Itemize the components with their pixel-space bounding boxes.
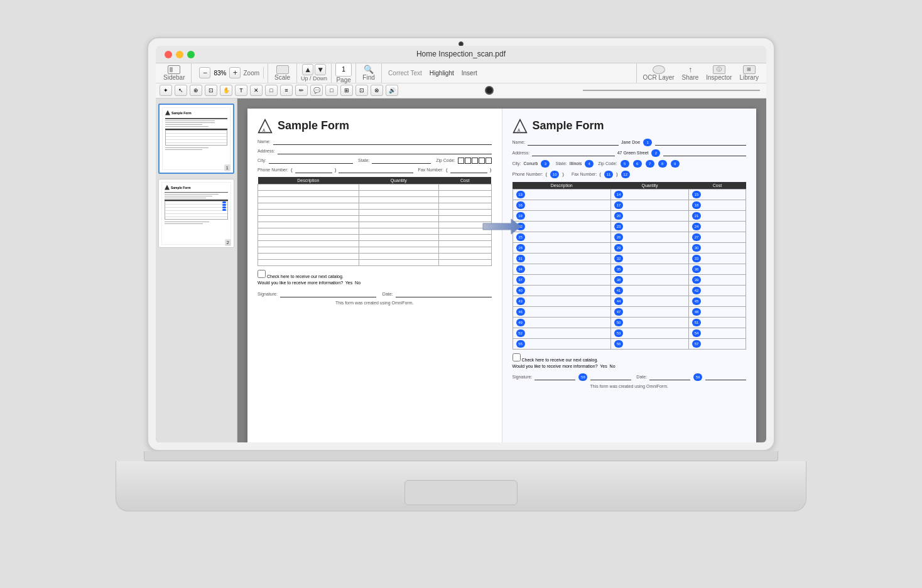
scale-label: Scale: [274, 74, 290, 81]
sidebar-page-1[interactable]: Sample Form: [158, 104, 234, 174]
pan-tool[interactable]: ✋: [220, 85, 232, 96]
ocr-layer-label: OCR Layer: [643, 74, 675, 81]
table-row: [258, 196, 492, 203]
inspector-label: Inspector: [706, 74, 732, 81]
table-row: [258, 253, 492, 259]
screen-inner: Home Inspection_scan.pdf: [156, 46, 766, 442]
table-row: [258, 247, 492, 253]
image-tool[interactable]: ⊡: [355, 85, 368, 96]
ocr-layer-button[interactable]: OCR Layer: [641, 64, 677, 82]
field-tag-3: 3: [541, 160, 550, 168]
pencil-tool[interactable]: ✏: [295, 85, 308, 96]
zoom-plus-button[interactable]: +: [229, 67, 241, 78]
sidebar: Sample Form: [156, 99, 237, 442]
sidebar-toggle-button[interactable]: Sidebar: [161, 64, 187, 82]
box-tool[interactable]: □: [325, 85, 338, 96]
scene: Home Inspection_scan.pdf: [0, 0, 922, 588]
right-catalog-checkbox[interactable]: [513, 353, 521, 361]
table-row: [258, 203, 492, 209]
pdf-page-right: A Sample Form Name: Jane Doe: [502, 109, 757, 442]
insert-button[interactable]: Insert: [459, 70, 480, 77]
find-label: Find: [362, 74, 374, 81]
table-row: 22 23 24: [513, 221, 746, 232]
minimize-button[interactable]: [176, 51, 183, 58]
correct-text-button[interactable]: Correct Text: [386, 70, 425, 77]
toolbar-left-section: Sidebar − 83% + Zoom: [161, 63, 631, 83]
left-catalog-checkbox[interactable]: [258, 270, 266, 278]
inspector-button[interactable]: ⓘ Inspector: [703, 64, 734, 82]
field-tag-58: 58: [578, 373, 587, 381]
main-area: Sample Form: [156, 99, 766, 442]
scale-button[interactable]: Scale: [272, 64, 293, 82]
pdf-area[interactable]: A Sample Form Name:: [237, 99, 766, 442]
zoom-tool[interactable]: ⊕: [190, 85, 202, 96]
page-number-input[interactable]: [336, 63, 351, 76]
library-button[interactable]: ⊞ Library: [737, 64, 761, 82]
share-button[interactable]: ↑ Share: [680, 64, 702, 82]
right-checkbox-row: Check here to receive our next catalog.: [513, 353, 747, 362]
right-phone-row: Phone Number: ( 10 ) Fax Number: ( 11 ): [513, 171, 747, 178]
right-city-row: City: Conurb 3 State: Illinois 4 Zip Cod…: [513, 160, 747, 168]
left-phone-row: Phone Number: ( ) Fax Number: ( ): [258, 167, 492, 173]
table-row: [258, 234, 492, 240]
table-row: 28 29 30: [513, 242, 746, 253]
find-button[interactable]: 🔍 Find: [360, 64, 377, 82]
page-up-button[interactable]: ▲: [302, 64, 313, 75]
crop-tool[interactable]: ⊡: [205, 85, 217, 96]
table-row: [258, 228, 492, 234]
table-row: [258, 215, 492, 222]
table-row: 37 38 39: [513, 274, 746, 285]
svg-text:A: A: [263, 127, 266, 132]
field-tag-11: 11: [604, 171, 613, 178]
form-right-content: A Sample Form Name: Jane Doe: [513, 119, 747, 388]
separator-6: [381, 63, 382, 83]
left-signature-row: Signature: Date:: [258, 291, 492, 297]
forms-tool[interactable]: ⊞: [340, 85, 353, 96]
table-row: 43 44 45: [513, 296, 746, 306]
close-button[interactable]: [165, 51, 172, 58]
audio-tool[interactable]: 🔊: [386, 85, 398, 96]
table-row: [258, 190, 492, 196]
left-table-desc-header: Description: [258, 177, 359, 184]
right-address-row: Address: 47 Green Street 2: [513, 149, 747, 157]
table-row: [258, 240, 492, 247]
page-down-button[interactable]: ▼: [315, 64, 326, 75]
speech-tool[interactable]: 💬: [310, 85, 323, 96]
maximize-button[interactable]: [187, 51, 195, 58]
field-tag-59: 59: [693, 373, 702, 381]
zoom-minus-button[interactable]: −: [199, 67, 210, 78]
field-tag-8: 8: [658, 160, 667, 168]
right-form-title: Sample Form: [533, 119, 604, 132]
link-tool[interactable]: ⊗: [371, 85, 383, 96]
select-tool[interactable]: ✦: [160, 85, 172, 96]
updown-label: Up / Down: [301, 75, 327, 82]
table-row: 25 26 27: [513, 232, 746, 242]
text-align-tool[interactable]: ≡: [280, 85, 293, 96]
sidebar-label: Sidebar: [163, 74, 185, 81]
field-tag-7: 7: [646, 160, 654, 168]
redact-tool[interactable]: ✕: [250, 85, 263, 96]
text-tool[interactable]: T: [235, 85, 247, 96]
toolbar-top-row: Sidebar − 83% + Zoom: [156, 63, 766, 83]
table-row: [258, 184, 492, 190]
zoom-control: − 83% +: [199, 67, 241, 78]
laptop-trackpad[interactable]: [404, 480, 518, 505]
pointer-tool[interactable]: ↖: [175, 85, 187, 96]
right-form-logo: A: [513, 119, 528, 134]
pdf-page-left: A Sample Form Name:: [247, 109, 502, 442]
sidebar-page-2[interactable]: Sample Form: [158, 179, 234, 248]
table-row: 31 32 33: [513, 253, 746, 264]
stamp-tool[interactable]: □: [265, 85, 278, 96]
left-form-logo: A: [258, 119, 273, 134]
table-row: 16 17 18: [513, 200, 746, 210]
table-row: 46 47 48: [513, 306, 746, 317]
table-row: [258, 209, 492, 215]
window-title: Home Inspection_scan.pdf: [416, 50, 506, 58]
laptop: Home Inspection_scan.pdf: [116, 37, 806, 552]
table-row: 40 41 42: [513, 285, 746, 296]
right-table-qty-header: Quantity: [611, 182, 689, 190]
share-label: Share: [682, 74, 699, 81]
highlight-button[interactable]: Highlight: [427, 70, 457, 77]
table-row: 52 53 54: [513, 328, 746, 338]
zoom-label: Zoom: [243, 70, 259, 77]
